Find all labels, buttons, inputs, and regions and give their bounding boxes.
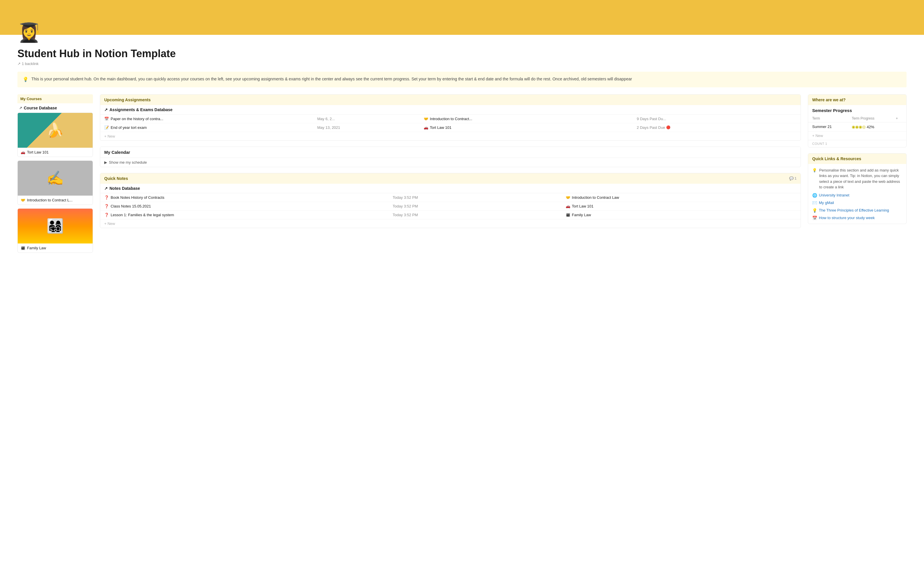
col-add[interactable]: +: [892, 115, 906, 123]
calendar-header: My Calendar: [100, 147, 801, 158]
note-date-2: Today 3:52 PM: [393, 213, 566, 217]
link-label-study: How to structure your study week: [819, 216, 874, 220]
term-cell: Summer 21: [808, 122, 848, 131]
semester-title: Semester Progress: [808, 105, 906, 115]
upcoming-header: Upcoming Assignments: [100, 94, 801, 105]
course-emoji-tort: 🚗: [21, 150, 25, 154]
links-body: 💡 Personalise this section and add as ma…: [808, 164, 906, 224]
arrow-icon: ↗: [19, 106, 22, 110]
link-info-icon: 💡: [812, 168, 817, 190]
notes-header-label: Quick Notes: [104, 176, 128, 181]
col-term: Term: [808, 115, 848, 123]
course-list: 🍌 🚗 Tort Law 101 ✍️ 🤝 Introduction to Co…: [17, 112, 93, 256]
link-info-content: Personalise this section and add as many…: [819, 168, 902, 190]
note-icon-2: ❓: [104, 213, 109, 217]
my-courses-header: My Courses: [17, 94, 93, 103]
note-date-0: Today 3:52 PM: [393, 195, 566, 200]
course-name-contract: Introduction to Contract L...: [27, 198, 73, 202]
notes-db-link[interactable]: ↗ Notes Database: [100, 184, 801, 193]
note-course-1: 🚗 Tort Law 101: [566, 204, 796, 208]
toggle-arrow-icon: ▶: [104, 160, 107, 165]
link-study[interactable]: 📅 How to structure your study week: [812, 216, 902, 220]
due-red-icon: 🔴: [666, 125, 670, 129]
course-card-contract[interactable]: ✍️ 🤝 Introduction to Contract L...: [17, 160, 93, 205]
asgn-due-0: 9 Days Past Du...: [637, 117, 796, 121]
asgn-course-1: 🚗 Tort Law 101: [424, 125, 637, 130]
my-courses-col: My Courses ↗ Course Database 🍌 🚗 Tort La…: [17, 94, 93, 256]
backlink[interactable]: ↗ 1 backlink: [17, 61, 907, 66]
course-emoji-contract: 🤝: [21, 198, 25, 202]
link-label-learning: The Three Principles of Effective Learni…: [819, 208, 889, 213]
col-progress: Term Progress: [848, 115, 892, 123]
notes-db-label: Notes Database: [110, 186, 140, 191]
note-course-0: 🤝 Introduction to Contract Law: [566, 195, 796, 200]
link-info-text: 💡 Personalise this section and add as ma…: [812, 168, 902, 190]
upcoming-section: Upcoming Assignments ↗ Assignments & Exa…: [100, 94, 801, 141]
assignments-db-link[interactable]: ↗ Assignments & Exams Database: [100, 105, 801, 115]
asgn-title-0: 📅 Paper on the history of contra...: [104, 117, 317, 121]
add-progress-btn[interactable]: + New: [808, 132, 906, 140]
where-header: Where are we at?: [808, 94, 906, 105]
progress-cell: ◉◉◉◎ 42%: [848, 122, 892, 131]
right-col: Where are we at? Semester Progress Term …: [808, 94, 907, 224]
page-icon: 👩‍🎓: [17, 23, 924, 42]
course-label-tort: 🚗 Tort Law 101: [18, 148, 93, 157]
note-icon-1: ❓: [104, 204, 109, 208]
links-header: Quick Links & Resources: [808, 154, 906, 164]
where-section: Where are we at? Semester Progress Term …: [808, 94, 907, 147]
link-learning[interactable]: 💡 The Three Principles of Effective Lear…: [812, 208, 902, 213]
course-name-tort: Tort Law 101: [27, 150, 48, 154]
arrow-icon: ↗: [104, 186, 108, 191]
notes-comment-badge: 💬 1: [789, 177, 796, 181]
course-database-label: Course Database: [24, 106, 57, 110]
note-title-2: ❓ Lesson 1: Families & the legal system: [104, 213, 393, 217]
table-row[interactable]: Summer 21 ◉◉◉◎ 42%: [808, 122, 906, 131]
assignment-row-1[interactable]: 📝 End of year tort exam May 13, 2021 🚗 T…: [100, 123, 801, 132]
link-icon-study: 📅: [812, 216, 817, 220]
progress-dots: ◉◉◉◎: [852, 124, 866, 129]
note-emoji-2: 👨‍👩‍👧‍👦: [566, 213, 570, 217]
link-icon-learning: 💡: [812, 208, 817, 213]
notes-header: Quick Notes 💬 1: [100, 173, 801, 184]
asgn-course-emoji-1: 🚗: [424, 125, 428, 130]
note-title-0: ❓ Book Notes History of Contracts: [104, 195, 393, 200]
course-card-family[interactable]: 👨‍👩‍👧‍👦 👨‍👩‍👧‍👦 Family Law: [17, 208, 93, 253]
note-date-1: Today 3:52 PM: [393, 204, 566, 208]
notes-section: Quick Notes 💬 1 ↗ Notes Database ❓ Book …: [100, 173, 801, 228]
progress-percent: 42%: [867, 125, 874, 129]
calendar-toggle[interactable]: ▶ Show me my schedule: [100, 158, 801, 167]
note-row-2[interactable]: ❓ Lesson 1: Families & the legal system …: [100, 211, 801, 219]
asgn-course-emoji-0: 🤝: [424, 117, 428, 121]
note-row-0[interactable]: ❓ Book Notes History of Contracts Today …: [100, 193, 801, 202]
asgn-title-1: 📝 End of year tort exam: [104, 125, 317, 130]
links-section: Quick Links & Resources 💡 Personalise th…: [808, 153, 907, 224]
course-image-family: 👨‍👩‍👧‍👦: [18, 209, 93, 244]
assignment-row-0[interactable]: 📅 Paper on the history of contra... May …: [100, 115, 801, 123]
note-icon-0: ❓: [104, 195, 109, 200]
calendar-section: My Calendar ▶ Show me my schedule: [100, 147, 801, 167]
course-label-contract: 🤝 Introduction to Contract L...: [18, 196, 93, 205]
link-label-gmail: My gMail: [819, 201, 834, 205]
note-course-2: 👨‍👩‍👧‍👦 Family Law: [566, 213, 796, 217]
add-note-btn[interactable]: + New: [100, 219, 801, 228]
link-icon-gmail: ✉️: [812, 201, 817, 205]
course-image-tort: 🍌: [18, 113, 93, 148]
info-box: 💡 This is your personal student hub. On …: [17, 72, 907, 87]
page-title: Student Hub in Notion Template: [17, 48, 907, 60]
course-database-link[interactable]: ↗ Course Database: [17, 103, 93, 112]
info-text: This is your personal student hub. On th…: [32, 76, 632, 83]
arrow-icon: ↗: [104, 107, 108, 112]
link-icon-university: 🌐: [812, 193, 817, 198]
link-university[interactable]: 🌐 University Intranet: [812, 193, 902, 198]
course-image-contract: ✍️: [18, 161, 93, 196]
count-label: COUNT 1: [808, 140, 906, 147]
asgn-date-1: May 13, 2021: [317, 125, 424, 130]
link-gmail[interactable]: ✉️ My gMail: [812, 201, 902, 205]
add-assignment-btn[interactable]: + New: [100, 132, 801, 141]
progress-table: Term Term Progress + Summer 21 ◉◉◉◎ 42%: [808, 115, 906, 132]
course-label-family: 👨‍👩‍👧‍👦 Family Law: [18, 244, 93, 253]
asgn-icon-1: 📝: [104, 125, 109, 130]
course-card-tort[interactable]: 🍌 🚗 Tort Law 101: [17, 112, 93, 157]
note-row-1[interactable]: ❓ Class Notes 15.05.2021 Today 3:52 PM 🚗…: [100, 202, 801, 211]
note-title-1: ❓ Class Notes 15.05.2021: [104, 204, 393, 208]
